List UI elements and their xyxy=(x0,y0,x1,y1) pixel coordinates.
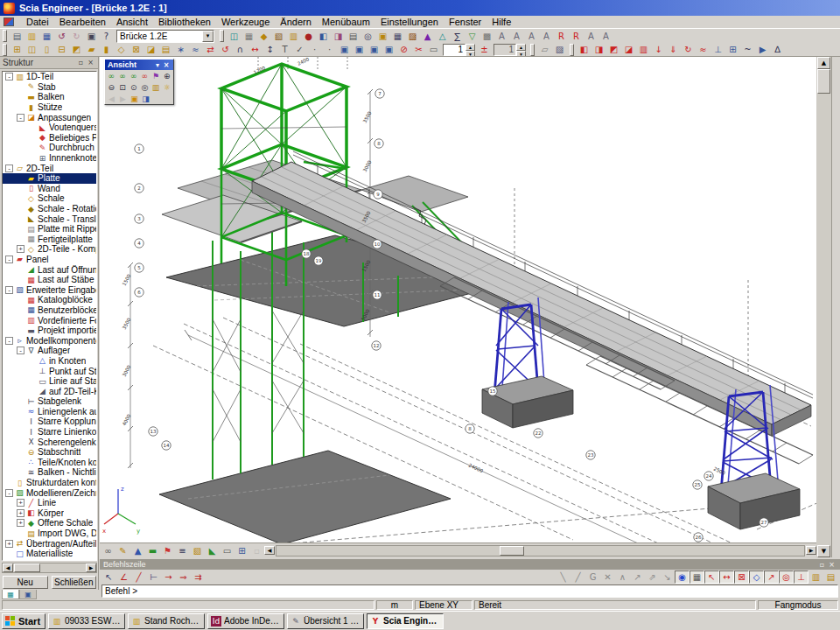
tree-expander[interactable]: - xyxy=(17,346,24,354)
view-direction-icon[interactable]: ⚑ xyxy=(150,70,162,81)
print-preview-icon[interactable]: ◎ xyxy=(360,30,375,43)
activity-icon[interactable]: ◨ xyxy=(331,30,346,43)
tree-expander[interactable]: - xyxy=(5,164,13,172)
bridge-model-canvas[interactable]: 12345678910111218191581314222324252627 1… xyxy=(101,57,817,542)
document-icon[interactable]: ▦ xyxy=(390,30,405,43)
tree-item[interactable]: ◣ Schale - Translation xyxy=(3,214,96,224)
polyline-icon[interactable]: ∠ xyxy=(116,570,131,584)
chevron-down-icon[interactable]: ▾ xyxy=(202,31,214,42)
neu-button[interactable]: Neu xyxy=(3,576,48,589)
coordinates-icon[interactable]: ▬ xyxy=(145,544,160,557)
cursor-snap-icon[interactable]: ◉ xyxy=(675,570,690,584)
tree-expander[interactable]: + xyxy=(17,245,24,253)
view-x-icon[interactable]: A xyxy=(494,30,509,43)
menu-item[interactable]: Ändern xyxy=(275,16,316,28)
scroll-up-icon[interactable]: ▲ xyxy=(817,57,830,69)
cross-beam-icon[interactable]: ⊟ xyxy=(54,43,69,56)
snap-settings-icon[interactable]: ▥ xyxy=(808,570,823,584)
tree-item[interactable]: ▰ Platte xyxy=(3,173,96,184)
isometry-icon[interactable]: ▲ xyxy=(130,544,145,557)
scale-spinner[interactable]: ▲▼ xyxy=(443,44,475,56)
scroll-right-icon[interactable]: ▶ xyxy=(86,564,96,572)
point-load-icon[interactable]: ↓ xyxy=(651,43,666,56)
results-icon[interactable]: ▽ xyxy=(465,30,480,43)
tree-item[interactable]: ◣ Voutenquerschni xyxy=(3,122,96,133)
render-mode-icon[interactable]: ▧ xyxy=(190,544,205,557)
tree-item[interactable]: - ◪ Anpassungen xyxy=(3,112,96,122)
material-library-icon[interactable]: ▥ xyxy=(286,30,301,43)
track-two-icon[interactable]: ╱ xyxy=(570,570,585,584)
result-class-icon[interactable]: ◪ xyxy=(621,43,636,56)
database-icon[interactable]: ● xyxy=(301,30,316,43)
zoom-out-icon[interactable]: ⊖ xyxy=(106,81,117,93)
rib-icon[interactable]: ▤ xyxy=(158,43,173,56)
3d-viewport[interactable]: 12345678910111218191581314222324252627 1… xyxy=(100,57,816,542)
load-group-icon[interactable]: ◨ xyxy=(592,43,606,56)
opening-icon[interactable]: ⊠ xyxy=(129,43,144,56)
orthogonal-snap-icon[interactable]: ◇ xyxy=(749,570,764,584)
render-wire-icon[interactable]: R xyxy=(569,30,584,43)
tree-item[interactable]: ▦ Benutzerblöcke xyxy=(3,305,96,316)
tree-expander[interactable]: - xyxy=(5,489,13,497)
tree-expander[interactable]: + xyxy=(17,519,24,527)
perpendicular-snap-icon[interactable]: ⊥ xyxy=(794,570,808,584)
window-2-icon[interactable]: ▣ xyxy=(352,43,367,56)
dot-b-icon[interactable]: · xyxy=(322,43,337,56)
support-displacement-icon[interactable]: ⊥ xyxy=(710,43,725,56)
menu-item[interactable]: Bearbeiten xyxy=(54,16,111,28)
scale-factor-icon[interactable]: ± xyxy=(477,43,492,56)
save-icon[interactable]: ▦ xyxy=(39,30,54,43)
cut-icon[interactable]: ✂ xyxy=(411,43,426,56)
menu-item[interactable]: Werkzeuge xyxy=(216,16,275,28)
tree-item[interactable]: - ▱ 2D-Teil xyxy=(3,163,96,173)
dot-a-icon[interactable]: · xyxy=(307,43,322,56)
endpoint-snap-icon[interactable]: ↖ xyxy=(704,570,719,584)
combi-2-icon[interactable]: ⊞ xyxy=(725,43,740,56)
menu-item[interactable]: Bibliotheken xyxy=(153,16,216,28)
previous-view-icon[interactable]: ◀ xyxy=(106,93,117,104)
tree-item[interactable]: ◢ auf 2D-Teil-Kante xyxy=(3,386,96,396)
status-plane[interactable]: Ebene XY xyxy=(415,600,472,610)
stretch-icon[interactable]: ↕ xyxy=(262,43,277,56)
tree-item[interactable]: ▮ Stütze xyxy=(3,102,96,113)
tree-expander[interactable]: - xyxy=(5,73,13,80)
tree-item[interactable]: ▦ Katalogblöcke xyxy=(3,295,96,305)
view-side-icon[interactable]: A xyxy=(598,30,613,43)
menu-item[interactable]: Einstellungen xyxy=(375,16,444,28)
track-one-icon[interactable]: ╲ xyxy=(556,570,570,584)
nonlinear-icon[interactable]: ~ xyxy=(740,43,755,56)
plate-icon[interactable]: ▰ xyxy=(84,43,99,56)
tree-item[interactable]: X Scherengelenk xyxy=(3,437,96,447)
shading-icon[interactable]: ∞ xyxy=(128,70,139,81)
spinner-up-icon[interactable]: ▲ xyxy=(466,44,475,51)
scrollbar-thumb[interactable] xyxy=(14,564,40,572)
tree-item[interactable]: I Starre Kopplungen xyxy=(3,416,96,427)
command-input[interactable] xyxy=(102,584,838,598)
tab-struktur[interactable]: ▦ xyxy=(2,590,19,599)
load-case-icon[interactable]: ◧ xyxy=(577,43,592,56)
tree-item[interactable]: - ▹ Modellkomponenten xyxy=(3,335,96,346)
snow-load-icon[interactable]: ∗ xyxy=(173,43,188,56)
link-icon[interactable]: ∞ xyxy=(101,544,116,557)
view-params-icon[interactable]: ∞ xyxy=(106,70,117,81)
view-front-icon[interactable]: A xyxy=(584,30,598,43)
struktur-panel-header[interactable]: Struktur ▫ × xyxy=(0,57,98,69)
print-icon[interactable]: ▤ xyxy=(346,30,360,43)
wall-icon[interactable]: ▮ xyxy=(99,43,114,56)
open-folder-icon[interactable]: ▥ xyxy=(24,30,39,43)
mesh-icon[interactable]: △ xyxy=(435,30,450,43)
zoom-in-icon[interactable]: ⊕ xyxy=(161,70,172,81)
spinner-up-icon[interactable]: ▲ xyxy=(516,44,526,51)
layers-icon[interactable]: ◧ xyxy=(316,30,331,43)
multi-window-icon[interactable]: ◨ xyxy=(140,93,151,104)
column-icon[interactable]: ▯ xyxy=(39,43,54,56)
tree-item[interactable]: ∴ Teile/Knoten koppe xyxy=(3,458,96,468)
tree-item[interactable]: ⊖ Stabschnitt xyxy=(3,447,96,458)
tree-item[interactable]: + ◆ Offene Schale xyxy=(3,518,96,528)
next-view-icon[interactable]: ▶ xyxy=(117,93,129,104)
clean-icon[interactable]: ▭ xyxy=(426,43,441,56)
labels-icon[interactable]: ▭ xyxy=(220,544,234,557)
subregion-icon[interactable]: ◪ xyxy=(144,43,158,56)
tree-item[interactable]: ▭ Linie auf Stab xyxy=(3,376,96,387)
surface-icon[interactable]: ◣ xyxy=(205,544,220,557)
